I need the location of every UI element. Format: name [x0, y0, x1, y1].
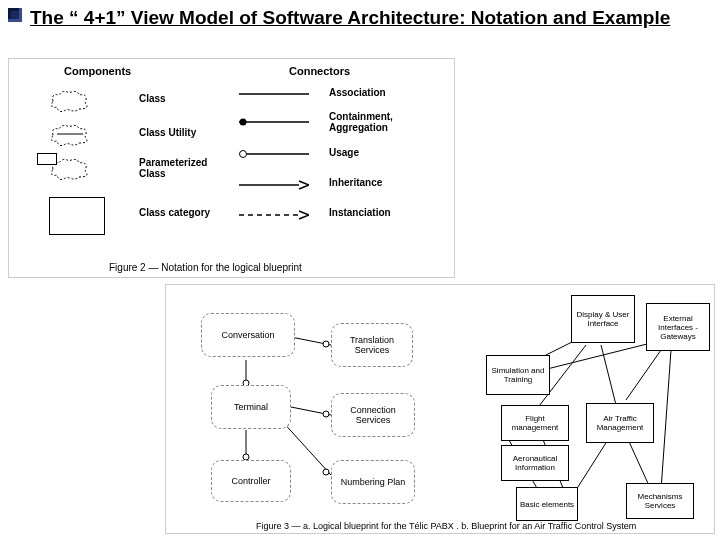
inheritance-label: Inheritance — [329, 177, 382, 188]
components-header: Components — [64, 65, 131, 77]
svg-point-9 — [323, 341, 329, 347]
node-label: Numbering Plan — [341, 477, 406, 487]
slide-title: The “ 4+1” View Model of Software Archit… — [30, 6, 690, 31]
flight-node: Flight management — [501, 405, 569, 441]
svg-point-5 — [240, 151, 247, 158]
numbering-node: Numbering Plan — [331, 460, 415, 504]
inheritance-line-icon — [239, 179, 309, 191]
node-label: Simulation and Training — [489, 366, 547, 384]
translation-node: Translation Services — [331, 323, 413, 367]
svg-line-21 — [626, 435, 651, 490]
category-label: Class category — [139, 207, 210, 218]
association-label: Association — [329, 87, 386, 98]
containment-line-icon — [239, 117, 309, 127]
class-label: Class — [139, 93, 166, 104]
node-label: Connection Services — [332, 405, 414, 425]
node-label: Basic elements — [520, 500, 574, 509]
svg-point-15 — [323, 469, 329, 475]
mech-node: Mechanisms Services — [626, 483, 694, 519]
figure-2: Components Connectors Class Class Utilit… — [8, 58, 455, 278]
connectors-header: Connectors — [289, 65, 350, 77]
class-utility-label: Class Utility — [139, 127, 196, 138]
external-node: External Interfaces -Gateways — [646, 303, 710, 351]
node-label: Flight management — [504, 414, 566, 432]
bullet-icon — [8, 8, 22, 22]
svg-line-20 — [576, 435, 611, 490]
svg-point-3 — [240, 119, 247, 126]
svg-line-25 — [626, 350, 661, 400]
svg-line-22 — [661, 350, 671, 490]
figure-2-caption: Figure 2 — Notation for the logical blue… — [109, 262, 302, 273]
figure-3: Conversation Translation Services Termin… — [165, 284, 715, 534]
controller-node: Controller — [211, 460, 291, 502]
param-class-label: Parameterized Class — [139, 157, 229, 179]
node-label: Conversation — [221, 330, 274, 340]
conversation-node: Conversation — [201, 313, 295, 357]
aero-node: Aeronautical Information — [501, 445, 569, 481]
containment-label: Containment, Aggregation — [329, 111, 419, 133]
node-label: External Interfaces -Gateways — [649, 314, 707, 341]
figure-3-caption: Figure 3 — a. Logical blueprint for the … — [256, 521, 636, 531]
param-box-icon — [37, 153, 57, 165]
instanciation-line-icon — [239, 209, 309, 221]
category-box-icon — [49, 197, 105, 235]
svg-point-13 — [323, 411, 329, 417]
display-node: Display & User Interface — [571, 295, 635, 343]
node-label: Air Traffic Management — [589, 414, 651, 432]
node-label: Aeronautical Information — [504, 454, 566, 472]
terminal-node: Terminal — [211, 385, 291, 429]
node-label: Translation Services — [332, 335, 412, 355]
node-label: Mechanisms Services — [629, 492, 691, 510]
node-label: Terminal — [234, 402, 268, 412]
connection-node: Connection Services — [331, 393, 415, 437]
simulation-node: Simulation and Training — [486, 355, 550, 395]
node-label: Controller — [231, 476, 270, 486]
instanciation-label: Instanciation — [329, 207, 391, 218]
basic-node: Basic elements — [516, 487, 578, 521]
cloud-icon — [49, 121, 91, 147]
usage-label: Usage — [329, 147, 359, 158]
node-label: Display & User Interface — [574, 310, 632, 328]
association-line-icon — [239, 89, 309, 99]
usage-line-icon — [239, 149, 309, 159]
cloud-icon — [49, 87, 91, 113]
atm-node: Air Traffic Management — [586, 403, 654, 443]
